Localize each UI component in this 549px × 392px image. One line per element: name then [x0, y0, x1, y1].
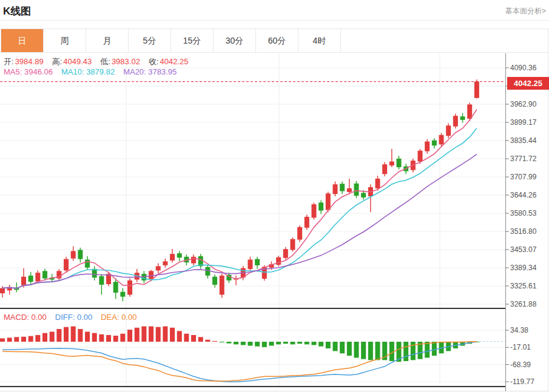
macd-hist-bar — [226, 342, 231, 344]
macd-hist-bar — [361, 342, 366, 359]
macd-hist-bar — [177, 331, 182, 342]
macd-hist-bar — [141, 327, 146, 342]
macd-hist-bar — [262, 342, 267, 347]
ohlc-legend: 开:3984.89高:4049.43低:3983.02收:4042.25 — [4, 56, 197, 67]
legend-item: 高:4049.43 — [52, 57, 92, 66]
legend-item: MA10: 3879.82 — [61, 67, 115, 76]
macd-hist-bar — [340, 342, 345, 353]
main-y-axis-label: 3835.44 — [510, 136, 548, 145]
ma5-line — [2, 110, 477, 288]
candle-body — [21, 277, 26, 285]
candle-body — [474, 82, 479, 98]
candle-body — [177, 253, 182, 257]
kline-widget: K线图 基本面分析> 日周月5分15分30分60分4时 开:3984.89高:4… — [0, 0, 549, 392]
macd-hist-bar — [163, 327, 167, 342]
macd-hist-bar — [92, 333, 97, 342]
main-y-axis-label: 3644.26 — [510, 191, 548, 199]
macd-hist-bar — [326, 342, 331, 348]
candle-body — [170, 254, 175, 261]
candle-body — [35, 273, 40, 281]
candle-body — [439, 135, 444, 145]
macd-hist-bar — [64, 327, 69, 342]
macd-hist-bar — [56, 329, 61, 342]
candle-body — [42, 271, 47, 278]
macd-hist-bar — [85, 331, 90, 342]
candle-body — [318, 202, 323, 210]
macd-hist-bar — [248, 342, 252, 346]
legend-item: DEA: 0.00 — [101, 313, 136, 322]
candle-body — [248, 260, 252, 270]
candle-body — [191, 257, 196, 264]
macd-y-axis-label: -119.77 — [510, 377, 548, 386]
macd-hist-bar — [269, 342, 274, 346]
macd-hist-bar — [50, 331, 55, 342]
candle-body — [389, 162, 394, 166]
candle-body — [446, 125, 451, 136]
candle-body — [255, 259, 260, 265]
ma10-line — [2, 128, 477, 288]
legend-item: MA20: 3783.95 — [123, 67, 177, 76]
legend-item: 低:3983.02 — [100, 57, 140, 66]
candle-body — [127, 281, 132, 295]
macd-hist-bar — [234, 342, 238, 344]
macd-hist-bar — [425, 342, 429, 357]
macd-y-axis-label: -68.39 — [510, 360, 548, 369]
candle-body — [361, 193, 366, 198]
candle-body — [347, 188, 352, 192]
candle-body — [467, 104, 472, 119]
candle-body — [29, 276, 33, 282]
macd-hist-bar — [35, 335, 40, 342]
macd-hist-bar — [354, 342, 359, 357]
macd-legend: MACD: 0.00DIFF: 0.00DEA: 0.00 — [4, 313, 146, 322]
legend-item: MA5: 3946.06 — [4, 67, 53, 76]
candle-body — [326, 193, 331, 210]
macd-hist-bar — [113, 336, 118, 342]
macd-hist-bar — [347, 342, 352, 356]
candle-body — [163, 261, 167, 265]
candle-body — [220, 276, 224, 295]
main-y-axis-label: 3453.07 — [510, 245, 548, 254]
main-y-axis-label: 4090.36 — [510, 64, 548, 72]
candle-body — [290, 239, 295, 250]
macd-hist-bar — [135, 328, 140, 342]
macd-y-axis-label: 34.38 — [510, 326, 548, 334]
candle-body — [283, 249, 288, 258]
candle-body — [205, 267, 210, 276]
macd-hist-bar — [376, 342, 380, 360]
macd-hist-bar — [170, 328, 175, 342]
candle-body — [354, 184, 359, 196]
candle-body — [418, 151, 423, 162]
candle-body — [0, 288, 5, 293]
macd-hist-bar — [318, 342, 323, 347]
macd-hist-bar — [120, 334, 125, 342]
candle-body — [120, 292, 125, 297]
legend-item: MACD: 0.00 — [4, 313, 47, 322]
main-y-axis-label: 3771.72 — [510, 154, 548, 163]
candle-body — [340, 184, 345, 191]
legend-item: 收:4042.25 — [149, 57, 189, 66]
main-y-axis-label: 3707.99 — [510, 173, 548, 181]
macd-hist-bar — [7, 337, 12, 342]
macd-hist-bar — [276, 342, 281, 344]
macd-y-axis-label: -17.01 — [510, 343, 548, 351]
macd-hist-bar — [411, 342, 416, 360]
macd-hist-bar — [127, 330, 132, 342]
candle-body — [425, 142, 429, 151]
main-y-axis-label: 3325.61 — [510, 282, 548, 290]
macd-hist-bar — [220, 342, 224, 342]
macd-hist-bar — [198, 337, 203, 342]
candle-body — [382, 164, 387, 174]
macd-hist-bar — [149, 327, 153, 342]
candle-body — [297, 227, 302, 240]
legend-item: 开:3984.89 — [4, 57, 44, 66]
candle-body — [212, 277, 217, 285]
macd-hist-bar — [184, 334, 189, 342]
candle-body — [397, 159, 402, 167]
main-y-axis-label: 3962.90 — [510, 100, 548, 108]
candle-body — [113, 282, 118, 293]
candle-body — [305, 217, 309, 228]
macd-hist-bar — [71, 327, 76, 342]
macd-hist-bar — [297, 342, 302, 344]
candle-body — [78, 250, 83, 259]
candle-body — [453, 116, 458, 126]
